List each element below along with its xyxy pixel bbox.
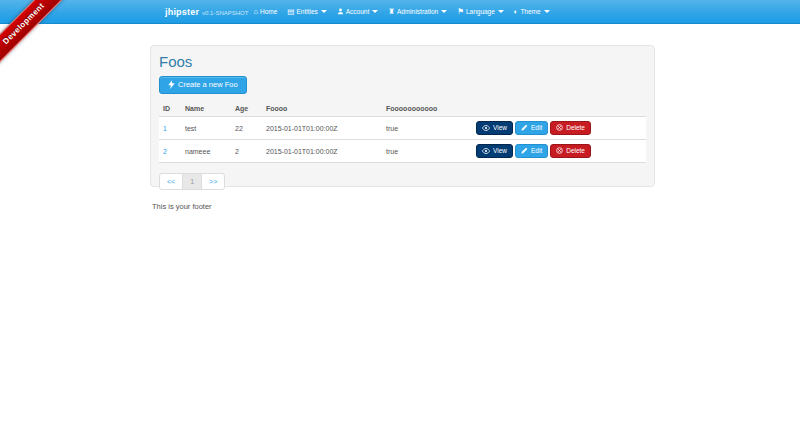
header-actions: [472, 101, 646, 117]
nav-item-theme[interactable]: ◐ Theme: [509, 0, 555, 23]
row-actions: View Edit Delete: [476, 144, 642, 158]
remove-circle-icon: [556, 147, 563, 154]
flash-icon: [168, 80, 175, 89]
create-foo-button[interactable]: Create a new Foo: [159, 76, 247, 94]
remove-circle-icon: [556, 124, 563, 131]
edit-button[interactable]: Edit: [515, 144, 548, 158]
nav-label-language: Language: [466, 8, 495, 15]
nav-item-entities[interactable]: ▤ Entities: [282, 0, 331, 23]
nav-label-entities: Entities: [296, 8, 317, 15]
pencil-icon: [521, 147, 528, 154]
edit-button-label: Edit: [531, 147, 542, 154]
brand-link[interactable]: jhipster v0.1-SNAPSHOT: [150, 7, 248, 17]
user-icon: [337, 8, 344, 15]
home-icon: ⌂: [253, 8, 258, 16]
row-fooooooooooo-cell: true: [382, 117, 472, 140]
nav-label-home: Home: [260, 8, 277, 15]
header-age: Age: [231, 101, 262, 117]
table-row: 2 nameee 2 2015-01-01T01:00:00Z true Vie…: [159, 140, 646, 163]
edit-button[interactable]: Edit: [515, 121, 548, 135]
chevron-down-icon: [498, 10, 504, 13]
row-name-cell: test: [181, 117, 231, 140]
pagination-last-button[interactable]: >>: [201, 173, 225, 190]
row-foooo-cell: 2015-01-01T01:00:00Z: [262, 117, 382, 140]
delete-button-label: Delete: [566, 124, 585, 131]
delete-button-label: Delete: [566, 147, 585, 154]
create-foo-button-label: Create a new Foo: [178, 80, 238, 89]
tower-icon: ♜: [388, 8, 395, 16]
header-fooooooooooo: Fooooooooooo: [382, 101, 472, 117]
edit-button-label: Edit: [531, 124, 542, 131]
foo-table: ID Name Age Foooo Fooooooooooo 1 test 22…: [159, 101, 646, 163]
view-button-label: View: [493, 124, 507, 131]
entities-list-icon: ▤: [287, 8, 294, 16]
chevron-down-icon: [544, 10, 550, 13]
table-header-row: ID Name Age Foooo Fooooooooooo: [159, 101, 646, 117]
delete-button[interactable]: Delete: [550, 121, 591, 135]
header-name: Name: [181, 101, 231, 117]
nav-item-language[interactable]: ⚑ Language: [452, 0, 509, 23]
nav-item-account[interactable]: Account: [332, 0, 384, 23]
main-panel: Foos Create a new Foo ID Name Age Foooo …: [150, 45, 655, 187]
view-button[interactable]: View: [476, 144, 513, 158]
top-navbar: jhipster v0.1-SNAPSHOT ⌂ Home ▤ Entities…: [0, 0, 800, 24]
pagination-page-1[interactable]: 1: [182, 173, 202, 190]
header-foooo: Foooo: [262, 101, 382, 117]
eye-icon: [482, 148, 490, 154]
row-fooooooooooo-cell: true: [382, 140, 472, 163]
navbar-container: jhipster v0.1-SNAPSHOT ⌂ Home ▤ Entities…: [150, 0, 655, 23]
nav-label-theme: Theme: [520, 8, 540, 15]
footer-text: This is your footer: [152, 202, 212, 211]
nav-label-administration: Administration: [397, 8, 438, 15]
adjust-icon: ◐: [514, 8, 519, 16]
view-button-label: View: [493, 147, 507, 154]
row-id-link[interactable]: 1: [163, 125, 167, 132]
row-age-cell: 2: [231, 140, 262, 163]
row-actions: View Edit Delete: [476, 121, 642, 135]
pagination-first-button[interactable]: <<: [159, 173, 183, 190]
chevron-down-icon: [441, 10, 447, 13]
row-foooo-cell: 2015-01-01T01:00:00Z: [262, 140, 382, 163]
delete-button[interactable]: Delete: [550, 144, 591, 158]
table-row: 1 test 22 2015-01-01T01:00:00Z true View…: [159, 117, 646, 140]
eye-icon: [482, 125, 490, 131]
nav-item-home[interactable]: ⌂ Home: [248, 0, 282, 23]
row-age-cell: 22: [231, 117, 262, 140]
row-id-link[interactable]: 2: [163, 148, 167, 155]
row-name-cell: nameee: [181, 140, 231, 163]
nav-item-administration[interactable]: ♜ Administration: [383, 0, 452, 23]
chevron-down-icon: [372, 10, 378, 13]
view-button[interactable]: View: [476, 121, 513, 135]
pagination: << 1 >>: [159, 173, 225, 190]
chevron-down-icon: [321, 10, 327, 13]
page-title: Foos: [159, 53, 646, 70]
header-id: ID: [159, 101, 181, 117]
pencil-icon: [521, 124, 528, 131]
nav-label-account: Account: [346, 8, 370, 15]
brand-version: v0.1-SNAPSHOT: [202, 10, 248, 16]
navbar-menu: ⌂ Home ▤ Entities Account ♜ Administrati…: [248, 0, 554, 23]
brand-name: jhipster: [165, 7, 199, 17]
flag-icon: ⚑: [457, 8, 464, 16]
